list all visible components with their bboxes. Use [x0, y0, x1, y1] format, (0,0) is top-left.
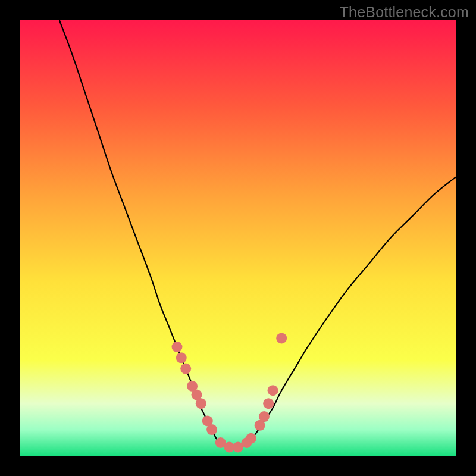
- highlighted-point: [263, 398, 274, 409]
- highlighted-point: [176, 352, 187, 363]
- highlighted-point: [196, 398, 206, 409]
- watermark-text: TheBottleneck.com: [340, 4, 469, 21]
- highlighted-point: [259, 411, 270, 422]
- highlighted-point: [246, 433, 256, 444]
- highlighted-point: [206, 424, 217, 435]
- highlighted-point: [276, 333, 287, 343]
- highlighted-point: [172, 342, 183, 352]
- highlighted-point: [268, 385, 278, 396]
- chart-svg: [20, 20, 456, 456]
- highlighted-point: [180, 364, 191, 374]
- chart-plot-area: [20, 20, 456, 456]
